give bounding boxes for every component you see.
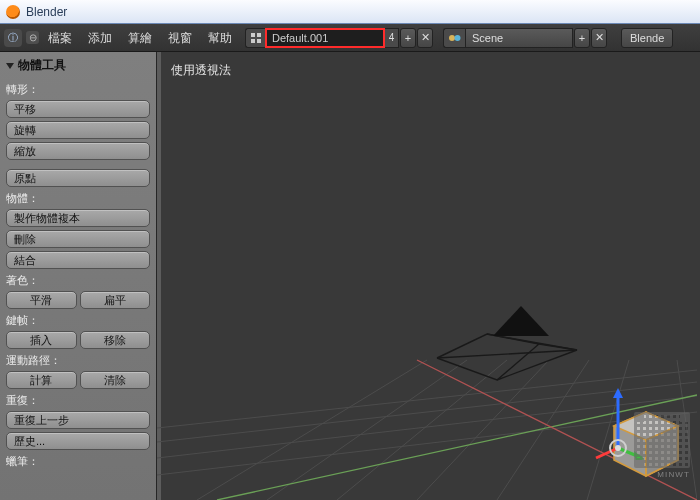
svg-rect-2: [251, 39, 255, 43]
delete-button[interactable]: 刪除: [6, 230, 150, 248]
menu-file[interactable]: 檔案: [41, 24, 79, 52]
repeat-last-button[interactable]: 重復上一步: [6, 411, 150, 429]
panel-title: 物體工具: [18, 58, 66, 74]
svg-marker-29: [613, 388, 623, 398]
scale-button[interactable]: 縮放: [6, 142, 150, 160]
panel-header[interactable]: 物體工具: [6, 58, 150, 74]
keyframes-row: 插入 移除: [6, 331, 150, 349]
keyframe-remove-button[interactable]: 移除: [80, 331, 151, 349]
duplicate-button[interactable]: 製作物體複本: [6, 209, 150, 227]
menu-help[interactable]: 幫助: [201, 24, 239, 52]
camera-object: [427, 300, 587, 410]
menu-render[interactable]: 算繪: [121, 24, 159, 52]
window-title: Blender: [26, 5, 67, 19]
motionpath-clear-button[interactable]: 清除: [80, 371, 151, 389]
history-button[interactable]: 歷史...: [6, 432, 150, 450]
screen-layout-browse-icon[interactable]: [245, 28, 265, 48]
label-motionpath: 運動路徑：: [6, 354, 150, 368]
screen-layout-name-input[interactable]: [265, 28, 385, 48]
svg-line-21: [539, 344, 577, 350]
disclosure-triangle-icon: [6, 63, 14, 69]
motionpath-calculate-button[interactable]: 計算: [6, 371, 77, 389]
label-repeat: 重復：: [6, 394, 150, 408]
label-transform: 轉形：: [6, 83, 150, 97]
rotate-button[interactable]: 旋轉: [6, 121, 150, 139]
scene-chooser: + ✕: [443, 28, 607, 48]
render-engine-selector[interactable]: Blende: [621, 28, 673, 48]
svg-point-5: [454, 35, 460, 41]
keyframe-insert-button[interactable]: 插入: [6, 331, 77, 349]
svg-marker-23: [493, 306, 549, 336]
info-header: ⓘ ⊖ 檔案 添加 算繪 視窗 幫助 4 + ✕ + ✕ Blende: [0, 24, 700, 52]
join-button[interactable]: 結合: [6, 251, 150, 269]
menu-window[interactable]: 視窗: [161, 24, 199, 52]
label-shading: 著色：: [6, 274, 150, 288]
scene-browse-icon[interactable]: [443, 28, 465, 48]
scene-name-input[interactable]: [465, 28, 573, 48]
translate-button[interactable]: 平移: [6, 100, 150, 118]
watermark: MINWT: [620, 412, 690, 482]
svg-line-32: [596, 448, 618, 458]
screen-layout-users[interactable]: 4: [385, 28, 399, 48]
motionpath-row: 計算 清除: [6, 371, 150, 389]
shading-row: 平滑 扁平: [6, 291, 150, 309]
svg-rect-3: [257, 39, 261, 43]
label-keyframes: 鍵帧：: [6, 314, 150, 328]
persp-label: 使用透視法: [171, 62, 231, 79]
svg-rect-1: [257, 33, 261, 37]
svg-point-4: [449, 35, 455, 41]
shade-flat-button[interactable]: 扁平: [80, 291, 151, 309]
qr-icon: [634, 412, 690, 468]
screen-layout-chooser: 4 + ✕: [245, 28, 433, 48]
origin-button[interactable]: 原點: [6, 169, 150, 187]
scene-delete-button[interactable]: ✕: [591, 28, 607, 48]
blender-logo-icon: [6, 5, 20, 19]
window-titlebar: Blender: [0, 0, 700, 24]
shade-smooth-button[interactable]: 平滑: [6, 291, 77, 309]
collapse-menu-toggle[interactable]: ⊖: [26, 31, 39, 44]
svg-rect-0: [251, 33, 255, 37]
svg-line-19: [437, 350, 577, 358]
tool-shelf: 物體工具 轉形： 平移 旋轉 縮放 原點 物體： 製作物體複本 刪除 結合 著色…: [0, 52, 157, 500]
label-greasepencil: 蠟筆：: [6, 455, 150, 469]
screen-layout-add-button[interactable]: +: [400, 28, 416, 48]
screen-layout-delete-button[interactable]: ✕: [417, 28, 433, 48]
editor-type-icon[interactable]: ⓘ: [4, 29, 22, 47]
3d-viewport[interactable]: 使用透視法: [157, 52, 700, 500]
label-object: 物體：: [6, 192, 150, 206]
watermark-text: MINWT: [620, 470, 690, 479]
scene-add-button[interactable]: +: [574, 28, 590, 48]
menu-add[interactable]: 添加: [81, 24, 119, 52]
